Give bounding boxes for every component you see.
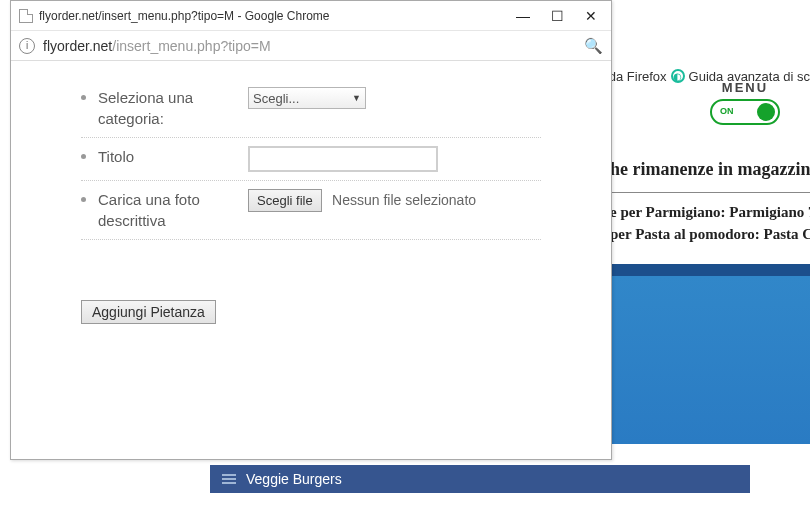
menu-toggle[interactable]: ON <box>710 99 780 125</box>
minimize-button[interactable]: — <box>515 8 531 24</box>
window-titlebar: flyorder.net/insert_menu.php?tipo=M - Go… <box>11 1 611 31</box>
window-title: flyorder.net/insert_menu.php?tipo=M - Go… <box>39 9 515 23</box>
row-submit: Aggiungi Pietanza <box>81 300 541 324</box>
toggle-on-label: ON <box>720 106 734 116</box>
row-title: Titolo <box>81 138 541 181</box>
address-domain: flyorder.net <box>43 38 112 54</box>
hamburger-icon <box>222 474 236 484</box>
toggle-knob <box>757 103 775 121</box>
search-icon[interactable]: 🔍 <box>584 37 603 55</box>
title-input[interactable] <box>248 146 438 172</box>
pocket-icon: ◐ <box>671 69 685 83</box>
close-button[interactable]: ✕ <box>583 8 599 24</box>
stock-line-1: e per Parmigiano: Parmigiano 7 <box>610 204 810 221</box>
category-select[interactable]: Scegli... ▼ <box>248 87 366 109</box>
category-bar-label: Veggie Burgers <box>246 471 342 487</box>
menu-toggle-area: MENU ON <box>710 80 780 129</box>
divider <box>600 192 810 193</box>
bullet-icon <box>81 95 86 100</box>
row-upload: Carica una foto descrittiva Scegli file … <box>81 181 541 240</box>
stock-line-2: per Pasta al pomodoro: Pasta C <box>610 226 810 243</box>
category-bar-veggie[interactable]: Veggie Burgers <box>210 465 750 493</box>
file-status: Nessun file selezionato <box>332 192 476 208</box>
page-favicon <box>19 9 33 23</box>
window-controls: — ☐ ✕ <box>515 8 599 24</box>
stock-heading: he rimanenze in magazzino <box>610 159 810 180</box>
site-info-icon[interactable]: i <box>19 38 35 54</box>
insert-menu-form: Seleziona una categoria: Scegli... ▼ Tit… <box>11 61 611 324</box>
category-label: Seleziona una categoria: <box>98 87 248 129</box>
title-label: Titolo <box>98 146 248 167</box>
chevron-down-icon: ▼ <box>352 93 361 103</box>
choose-file-button[interactable]: Scegli file <box>248 189 322 212</box>
maximize-button[interactable]: ☐ <box>549 8 565 24</box>
chrome-popup-window: flyorder.net/insert_menu.php?tipo=M - Go… <box>10 0 612 460</box>
bullet-icon <box>81 197 86 202</box>
bullet-icon <box>81 154 86 159</box>
menu-label: MENU <box>710 80 780 95</box>
upload-label: Carica una foto descrittiva <box>98 189 248 231</box>
row-category: Seleziona una categoria: Scegli... ▼ <box>81 79 541 138</box>
category-select-value: Scegli... <box>253 91 299 106</box>
submit-button[interactable]: Aggiungi Pietanza <box>81 300 216 324</box>
address-path: /insert_menu.php?tipo=M <box>112 38 270 54</box>
address-bar[interactable]: i flyorder.net/insert_menu.php?tipo=M 🔍 <box>11 31 611 61</box>
